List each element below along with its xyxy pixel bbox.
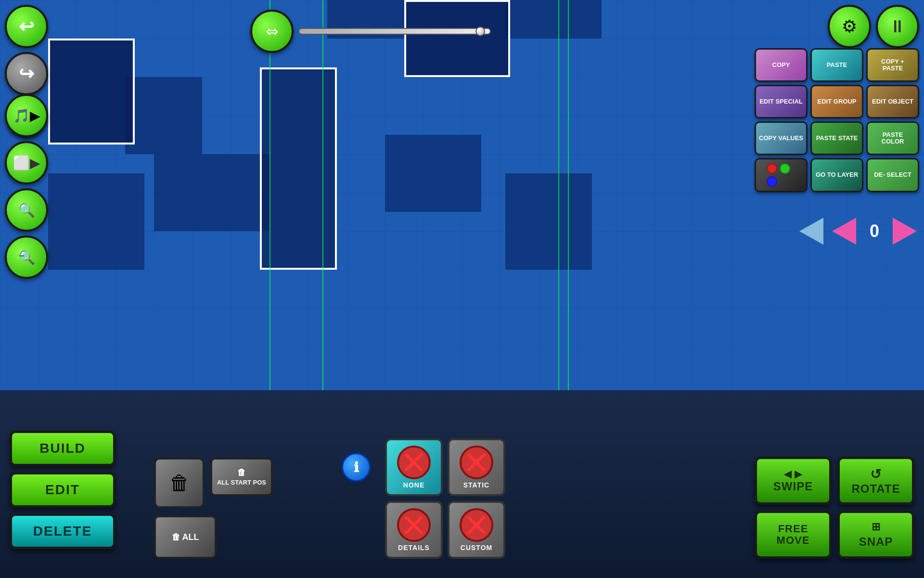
zoom-in-button[interactable]: 🔍 [5,188,48,232]
edit-object-label: EDIT OBJECT [872,98,913,105]
custom-collision-button[interactable]: CUSTOM [448,501,505,559]
game-object[interactable] [260,67,337,270]
delete-label: DELETE [33,524,92,539]
swipe-button[interactable]: ◀ ▶ SWIPE [755,457,832,505]
color-dots [767,163,796,187]
details-collision-button[interactable]: DETAILS [385,501,443,559]
color-picker-button[interactable] [755,158,808,192]
swipe-label: SWIPE [773,480,813,493]
bg-block [154,154,270,231]
edit-icon: ⬜▶ [13,155,40,171]
edit-mode-btn[interactable]: EDIT [10,472,116,508]
trash-icon-big: 🗑 [169,472,190,495]
details-label: DETAILS [398,544,430,552]
build-mode-button[interactable]: BUILD [10,431,116,466]
free-move-button[interactable]: FREE MOVE [755,511,832,559]
guide-line [322,0,323,390]
right-panel: COPY PASTE COPY + PASTE EDIT SPECIAL EDI… [755,48,919,192]
guide-line [558,0,559,390]
trash-all-start-button[interactable]: 🗑 ALL START POS [210,458,273,496]
right-actions: ◀ ▶ SWIPE ↺ ROTATE FREE MOVE ⊞ SNAP [755,457,914,559]
color-dot-red [767,163,777,174]
free-move-label: FREE MOVE [761,523,825,546]
go-to-layer-button[interactable]: GO TO LAYER [810,158,863,192]
pause-icon: ⏸ [889,16,906,37]
bg-block [505,173,592,270]
deselect-button[interactable]: DE- SELECT [866,158,919,192]
game-object[interactable] [48,39,135,144]
right-pink-triangle-icon [893,218,917,245]
paste-state-button[interactable]: PASTE STATE [810,121,863,155]
edit-special-label: EDIT SPECIAL [759,98,803,105]
flip-button[interactable]: ⇔ [250,10,294,53]
edit-object-button[interactable]: EDIT OBJECT [866,85,919,118]
big-trash-button[interactable]: 🗑 [154,458,205,508]
snap-inner: ⊞ SNAP [859,521,893,549]
copy-paste-button[interactable]: COPY + PASTE [866,48,919,82]
undo-icon: ↩ [19,16,34,37]
swipe-arrows: ◀ ▶ [784,468,802,480]
edit-group-button[interactable]: EDIT GROUP [810,85,863,118]
slider-track[interactable] [298,28,491,35]
left-triangle-icon [799,218,823,245]
slider-area: ⇔ [250,10,491,53]
edit-label: EDIT [45,482,80,497]
static-collision-button[interactable]: STATIC [448,438,505,496]
deselect-label: DE- SELECT [874,171,911,178]
trash-small-icon: 🗑 [237,468,246,478]
slider-thumb[interactable] [475,26,485,36]
rotate-label: ROTATE [851,482,900,496]
redo-button[interactable]: ↪ [5,52,48,95]
info-button[interactable]: ℹ [342,453,371,482]
none-icon [397,446,431,479]
edit-special-button[interactable]: EDIT SPECIAL [755,85,808,118]
trash-all-button[interactable]: 🗑 ALL [154,515,217,559]
edit-mode-button[interactable]: ⬜▶ [5,141,48,184]
paste-label: PASTE [827,62,847,68]
static-label: STATIC [463,481,489,489]
trash-all-start-label: ALL START POS [217,479,266,486]
none-collision-button[interactable]: NONE [385,438,443,496]
layer-prev2-button[interactable] [830,217,859,246]
info-icon: ℹ [354,460,359,475]
pause-button[interactable]: ⏸ [876,5,919,48]
layer-navigation: 0 [797,217,919,246]
snap-button[interactable]: ⊞ SNAP [837,511,914,559]
paste-button[interactable]: PASTE [810,48,863,82]
paste-color-label: PASTE COLOR [871,131,915,145]
paste-state-label: PASTE STATE [816,135,858,142]
layer-prev-button[interactable] [797,217,826,246]
snap-grid-icon: ⊞ [872,521,881,533]
custom-label: CUSTOM [461,544,492,552]
bg-block [48,173,144,270]
snap-label: SNAP [859,535,893,549]
trash-all-label: ALL [182,532,199,542]
delete-area: 🗑 🗑 ALL START POS 🗑 ALL [154,458,273,559]
swipe-left-icon: ◀ [784,468,792,480]
zoom-out-button[interactable]: 🔍− [5,236,48,279]
copy-values-label: COPY VALUES [759,135,803,142]
bg-block [385,135,481,212]
left-mode-controls: 🎵▶ ⬜▶ 🔍 🔍− [5,94,48,279]
color-dot-blue [767,176,777,187]
rotate-button[interactable]: ↺ ROTATE [837,457,914,505]
redo-icon: ↪ [19,63,34,84]
bg-block [505,0,602,39]
edit-group-label: EDIT GROUP [818,98,857,105]
paste-color-button[interactable]: PASTE COLOR [866,121,919,155]
music-button[interactable]: 🎵▶ [5,94,48,137]
settings-button[interactable]: ⚙ [828,5,871,48]
copy-button[interactable]: COPY [755,48,808,82]
guide-line [568,0,569,390]
swipe-inner: ◀ ▶ SWIPE [773,468,813,493]
rotate-icon: ↺ [870,466,882,482]
zoom-out-icon: 🔍− [18,250,35,265]
guide-line [270,0,270,390]
delete-mode-button[interactable]: DELETE [10,513,116,549]
copy-values-button[interactable]: COPY VALUES [755,121,808,155]
undo-button[interactable]: ↩ [5,5,48,48]
music-icon: 🎵▶ [13,108,40,124]
layer-number: 0 [862,221,886,241]
bg-block [125,77,202,154]
layer-next-button[interactable] [890,217,919,246]
